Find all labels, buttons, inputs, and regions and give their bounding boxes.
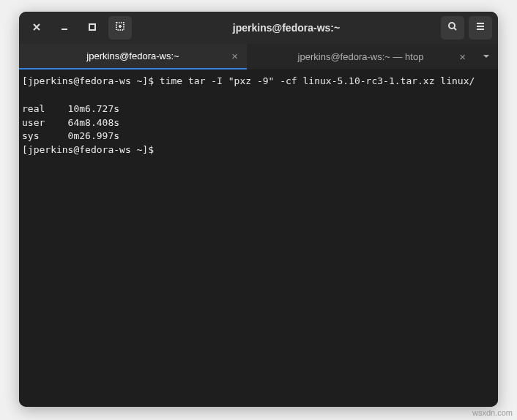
hamburger-icon xyxy=(475,21,486,34)
svg-rect-0 xyxy=(89,24,95,30)
tab-close-button[interactable]: × xyxy=(459,50,466,63)
new-tab-button[interactable] xyxy=(108,16,132,40)
close-icon xyxy=(32,21,41,34)
chevron-down-icon xyxy=(482,50,491,64)
close-button[interactable] xyxy=(25,16,48,40)
tab-0[interactable]: jperkins@fedora-ws:~ × xyxy=(19,44,247,70)
prompt: [jperkins@fedora-ws ~]$ xyxy=(22,144,160,155)
tab-close-button[interactable]: × xyxy=(231,50,238,62)
close-icon: × xyxy=(459,50,466,63)
maximize-button[interactable] xyxy=(81,16,104,40)
terminal-line: user 64m8.408s xyxy=(22,117,119,128)
tab-dropdown-button[interactable] xyxy=(475,44,498,70)
minimize-icon xyxy=(60,21,69,34)
prompt: [jperkins@fedora-ws ~]$ xyxy=(22,75,160,86)
command-text: time tar -I "pxz -9" -cf linux-5.10-rc3-… xyxy=(160,75,475,86)
close-icon: × xyxy=(231,50,238,62)
tab-1[interactable]: jperkins@fedora-ws:~ — htop × xyxy=(247,44,475,70)
terminal-line: sys 0m26.997s xyxy=(22,130,119,141)
window-title: jperkins@fedora-ws:~ xyxy=(136,22,436,34)
titlebar: jperkins@fedora-ws:~ xyxy=(19,12,498,44)
menu-button[interactable] xyxy=(469,16,492,40)
watermark-text: wsxdn.com xyxy=(472,408,513,417)
svg-point-2 xyxy=(449,23,455,29)
titlebar-right xyxy=(441,16,492,40)
titlebar-left xyxy=(25,16,132,40)
tab-label: jperkins@fedora-ws:~ xyxy=(86,50,179,61)
search-icon xyxy=(447,21,458,34)
terminal-window: jperkins@fedora-ws:~ jperkins@fedora-ws:… xyxy=(19,12,498,407)
plus-icon xyxy=(115,21,125,34)
tabbar: jperkins@fedora-ws:~ × jperkins@fedora-w… xyxy=(19,44,498,70)
tab-label: jperkins@fedora-ws:~ — htop xyxy=(298,51,424,62)
maximize-icon xyxy=(88,21,97,34)
search-button[interactable] xyxy=(441,16,464,40)
minimize-button[interactable] xyxy=(53,16,76,40)
terminal-output[interactable]: [jperkins@fedora-ws ~]$ time tar -I "pxz… xyxy=(19,70,498,407)
terminal-line: real 10m6.727s xyxy=(22,103,119,114)
